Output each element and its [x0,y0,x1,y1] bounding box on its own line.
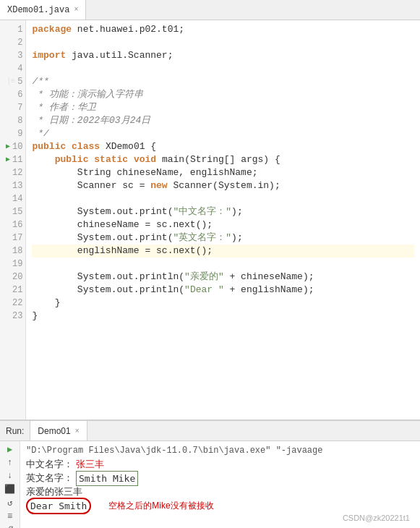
code-line-18: englishName = sc.next(); [32,244,414,257]
code-line-6: * 功能：演示输入字符串 [32,88,414,101]
run-tab[interactable]: Demo01 × [30,421,87,440]
code-line-2 [32,36,414,49]
code-content[interactable]: package net.huawei.p02.t01; import java.… [26,20,420,420]
code-line-9: */ [32,127,414,140]
line-number-11: ▶11 [6,153,22,166]
code-line-16: chineseName = sc.next(); [32,218,414,231]
line-number-15: 15 [6,205,22,218]
output-cmd-line: "D:\Program Files\Java\jdk-11.0.7\bin\ja… [26,444,414,458]
run-up-button[interactable]: ↑ [3,458,17,468]
line-number-4: 4 [6,62,22,75]
tab-bar: XDemo01.java × [0,0,420,20]
code-line-22: } [32,297,414,310]
code-line-19 [32,257,414,271]
code-line-14 [32,192,414,205]
output-label-2: 英文名字： [26,472,73,485]
line-number-16: 16 [6,218,22,231]
code-area: 1234|≡56789▶10▶1112131415161718192021222… [0,20,420,420]
line-number-21: 21 [6,284,22,297]
annotation-text: 空格之后的Mike没有被接收 [108,499,213,513]
output-value-2: Smith Mike [76,471,138,486]
run-panel: Run: Demo01 × ▶ ↑ ↓ ⬛ ↺ ≡ 🖨 "D:\Program … [0,420,420,528]
line-number-13: 13 [6,179,22,192]
tab-close-icon[interactable]: × [74,6,78,14]
line-number-12: 12 [6,166,22,179]
code-line-4 [32,62,414,75]
run-print-button[interactable]: 🖨 [3,524,17,528]
tab-label: XDemo01.java [7,5,69,15]
line-number-17: 17 [6,231,22,244]
output-line-2: 英文名字： Smith Mike [26,472,414,485]
editor-container: XDemo01.java × 1234|≡56789▶10▶1112131415… [0,0,420,420]
code-line-5: /** [32,75,414,88]
code-line-8: * 日期：2022年03月24日 [32,114,414,127]
line-number-14: 14 [6,192,22,205]
code-line-13: Scanner sc = new Scanner(System.in); [32,179,414,192]
run-content: ▶ ↑ ↓ ⬛ ↺ ≡ 🖨 "D:\Program Files\Java\jdk… [0,441,420,528]
run-play-button[interactable]: ▶ [3,444,17,455]
run-rerun-button[interactable]: ↺ [3,498,17,508]
run-output: "D:\Program Files\Java\jdk-11.0.7\bin\ja… [20,441,420,528]
line-number-22: 22 [6,297,22,310]
run-down-button[interactable]: ↓ [3,471,17,481]
line-number-10: ▶10 [6,140,22,153]
line-number-19: 19 [6,257,22,271]
run-output-inner: "D:\Program Files\Java\jdk-11.0.7\bin\ja… [26,444,414,527]
watermark: CSDN@zk20221t1 [343,511,410,525]
code-line-11: public static void main(String[] args) { [32,153,414,166]
line-numbers: 1234|≡56789▶10▶1112131415161718192021222… [0,20,26,420]
output-value-1: 张三丰 [76,458,104,472]
code-line-10: public class XDemo01 { [32,140,414,153]
line-number-5: |≡5 [6,75,22,88]
run-sidebar: ▶ ↑ ↓ ⬛ ↺ ≡ 🖨 [0,441,20,528]
line-number-7: 7 [6,101,22,114]
line-number-23: 23 [6,310,22,323]
line-number-6: 6 [6,88,22,101]
code-line-15: System.out.print("中文名字："); [32,205,414,218]
line-number-20: 20 [6,271,22,284]
run-stop-button[interactable]: ⬛ [3,484,17,495]
line-number-2: 2 [6,36,22,49]
run-tab-label: Demo01 [38,426,70,436]
code-line-17: System.out.print("英文名字："); [32,231,414,244]
line-number-18: 18 [6,244,22,257]
line-number-8: 8 [6,114,22,127]
code-line-20: System.out.println("亲爱的" + chineseName); [32,271,414,284]
run-label: Run: [0,426,30,436]
dear-smith-text: Dear Smith [26,498,91,514]
editor-tab[interactable]: XDemo01.java × [0,0,86,20]
code-line-7: * 作者：华卫 [32,101,414,114]
output-label-1: 中文名字： [26,458,73,472]
code-line-12: String chineseName, englishName; [32,166,414,179]
line-number-3: 3 [6,49,22,62]
output-line-3: 亲爱的张三丰 [26,485,414,499]
code-line-3: import java.util.Scanner; [32,49,414,62]
run-tab-close-icon[interactable]: × [75,427,80,435]
run-tab-bar: Run: Demo01 × [0,421,420,441]
output-line-1: 中文名字： 张三丰 [26,458,414,472]
output-cmd-text: "D:\Program Files\Java\jdk-11.0.7\bin\ja… [26,444,322,458]
code-line-23: } [32,310,414,323]
run-lines-button[interactable]: ≡ [3,511,17,521]
code-line-21: System.out.println("Dear " + englishName… [32,284,414,297]
line-number-1: 1 [6,23,22,36]
line-number-9: 9 [6,127,22,140]
code-line-1: package net.huawei.p02.t01; [32,23,414,36]
